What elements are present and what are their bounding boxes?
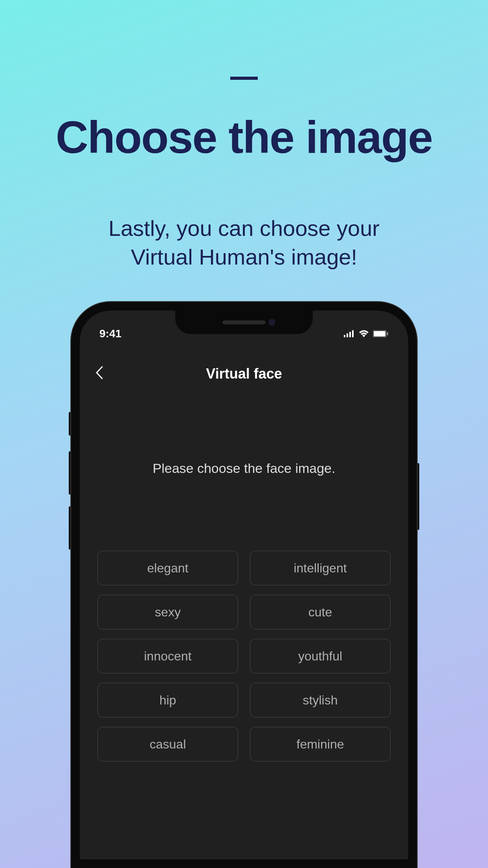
phone-power-button	[417, 463, 419, 530]
back-button[interactable]	[95, 365, 103, 383]
phone-body: 9:41 Virtual face	[71, 302, 417, 868]
promo-subtitle-line-1: Lastly, you can choose your	[108, 216, 380, 241]
app-content: Please choose the face image. elegant in…	[80, 390, 408, 761]
svg-rect-5	[374, 331, 385, 337]
option-intelligent[interactable]: intelligent	[250, 551, 391, 585]
signal-icon	[344, 330, 355, 337]
option-innocent[interactable]: innocent	[97, 639, 238, 673]
promo-subtitle-line-2: Virtual Human's image!	[131, 245, 357, 269]
phone-speaker	[222, 320, 266, 324]
promo-title: Choose the image	[0, 111, 488, 163]
option-elegant[interactable]: elegant	[97, 551, 238, 585]
phone-screen: 9:41 Virtual face	[80, 311, 408, 859]
app-header: Virtual face	[80, 342, 408, 390]
option-stylish[interactable]: stylish	[250, 683, 391, 717]
battery-icon	[373, 330, 389, 337]
options-grid: elegant intelligent sexy cute innocent y…	[95, 551, 393, 761]
promo-dash-decoration	[230, 77, 258, 80]
status-time: 9:41	[99, 327, 121, 340]
option-feminine[interactable]: feminine	[250, 727, 391, 761]
option-casual[interactable]: casual	[97, 727, 238, 761]
svg-rect-3	[352, 330, 354, 337]
promo-subtitle: Lastly, you can choose your Virtual Huma…	[0, 214, 488, 272]
app-title: Virtual face	[206, 366, 282, 382]
wifi-icon	[359, 330, 369, 337]
phone-camera	[268, 319, 275, 326]
option-youthful[interactable]: youthful	[250, 639, 391, 673]
status-icons	[344, 330, 389, 337]
option-sexy[interactable]: sexy	[97, 595, 238, 629]
svg-rect-1	[347, 333, 348, 337]
option-hip[interactable]: hip	[97, 683, 238, 717]
svg-rect-2	[349, 332, 351, 337]
phone-mockup: 9:41 Virtual face	[71, 302, 417, 868]
instruction-text: Please choose the face image.	[95, 461, 393, 476]
svg-rect-6	[387, 332, 388, 335]
option-cute[interactable]: cute	[250, 595, 391, 629]
svg-rect-0	[344, 335, 345, 337]
phone-notch	[175, 311, 313, 334]
promo-section: Choose the image Lastly, you can choose …	[0, 0, 488, 272]
